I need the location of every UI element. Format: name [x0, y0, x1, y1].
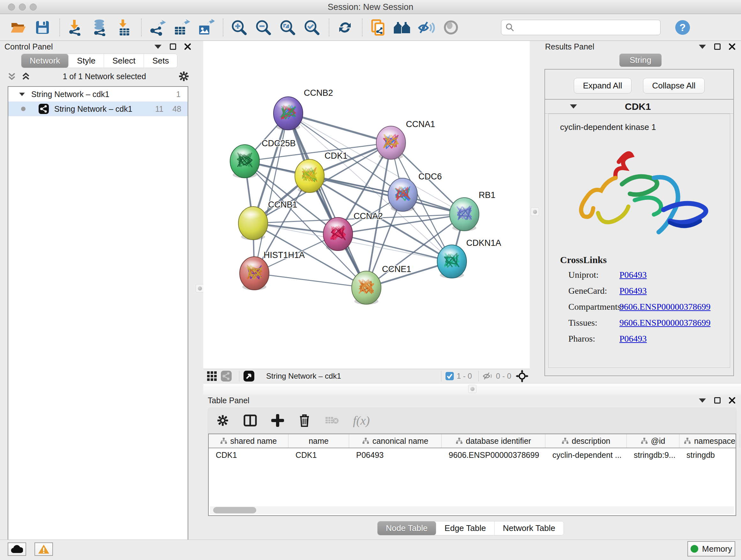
open-session-icon[interactable] — [9, 18, 27, 37]
birds-eye-view-icon[interactable] — [243, 370, 255, 382]
right-splitter[interactable] — [530, 41, 540, 383]
show-panel-eye-icon[interactable] — [442, 18, 460, 37]
network-node-CDC6[interactable]: CDC6 — [388, 172, 442, 212]
function-builder-icon: f(x) — [353, 414, 370, 428]
expand-all-button[interactable]: Expand All — [574, 78, 631, 94]
network-node-CCNA1[interactable]: CCNA1 — [376, 119, 435, 160]
network-node-HIST1H1A[interactable]: HIST1H1A — [240, 250, 305, 290]
table-horizontal-scrollbar[interactable] — [210, 506, 734, 514]
refresh-icon[interactable] — [336, 18, 354, 37]
import-table-icon[interactable] — [115, 18, 133, 37]
panel-menu-icon[interactable] — [154, 45, 161, 49]
collapse-all-networks-icon[interactable] — [7, 71, 17, 81]
table-row[interactable]: CDK1CDK1P064939606.ENSP00000378699cyclin… — [209, 448, 736, 462]
selected-counts: 1 - 0 — [457, 372, 472, 381]
column-header-@id[interactable]: @id — [627, 434, 679, 448]
float-panel-icon[interactable] — [170, 44, 176, 50]
table-options-gear-icon[interactable] — [216, 414, 229, 427]
horizontal-splitter[interactable] — [203, 383, 741, 395]
save-session-icon[interactable] — [33, 18, 52, 37]
column-header-name[interactable]: name — [288, 434, 349, 448]
column-header-shared-name[interactable]: shared name — [209, 434, 288, 448]
annotations-icon[interactable] — [369, 18, 387, 37]
memory-button[interactable]: Memory — [687, 541, 735, 557]
network-row[interactable]: String Network – cdk1 11 48 — [8, 102, 188, 116]
tab-string[interactable]: String — [619, 54, 662, 67]
gene-expander-icon[interactable] — [570, 105, 577, 109]
network-collection-row[interactable]: String Network – cdk1 1 — [8, 87, 188, 102]
panel-menu-icon[interactable] — [699, 398, 706, 402]
column-header-description[interactable]: description — [545, 434, 627, 448]
panel-menu-icon[interactable] — [699, 45, 706, 49]
control-panel: Control Panel Network Style Select Sets … — [0, 41, 197, 539]
hide-panel-eye-icon[interactable] — [417, 18, 436, 37]
network-graph[interactable]: CCNB2CCNA1CDC25BCDK1CDC6RB1CCNB1CCNA2CDK… — [203, 41, 530, 369]
expand-all-networks-icon[interactable] — [21, 71, 30, 81]
network-node-CCNB1[interactable]: CCNB1 — [239, 200, 297, 240]
network-node-CCNE1[interactable]: CCNE1 — [352, 264, 411, 305]
gene-section-header[interactable]: CDK1 — [545, 100, 733, 114]
crosslink-link[interactable]: 9606.ENSP00000378699 — [619, 302, 711, 312]
export-image-icon[interactable] — [197, 18, 215, 37]
left-splitter[interactable] — [197, 41, 203, 539]
left-splitter-handle[interactable] — [196, 284, 204, 293]
float-panel-icon[interactable] — [714, 44, 721, 50]
tab-network[interactable]: Network — [21, 54, 69, 68]
warning-icon — [38, 544, 50, 554]
network-canvas[interactable]: CCNB2CCNA1CDC25BCDK1CDC6RB1CCNB1CCNA2CDK… — [203, 41, 530, 369]
grid-view-icon[interactable] — [206, 371, 217, 381]
delete-column-icon[interactable] — [298, 414, 311, 428]
fit-selected-crosshair-icon[interactable] — [516, 370, 529, 382]
import-network-database-icon[interactable] — [91, 18, 109, 37]
results-actions-box: Expand All Collapse All — [544, 69, 734, 102]
selected-checkbox-icon[interactable] — [445, 372, 454, 381]
network-share-view-icon[interactable] — [220, 370, 232, 382]
tab-style[interactable]: Style — [69, 54, 104, 68]
import-network-file-icon[interactable] — [66, 18, 85, 37]
right-splitter-handle[interactable] — [531, 207, 539, 216]
column-header-namespace[interactable]: namespace — [679, 434, 740, 448]
zoom-in-icon[interactable] — [230, 18, 248, 37]
node-label: CCNB1 — [268, 200, 297, 209]
float-panel-icon[interactable] — [714, 397, 721, 403]
tab-node-table[interactable]: Node Table — [378, 521, 436, 535]
export-table-icon[interactable] — [172, 18, 191, 37]
search-input[interactable] — [515, 23, 652, 32]
string-home-icon[interactable] — [393, 18, 412, 37]
show-columns-icon[interactable] — [243, 414, 257, 428]
toolbar-search[interactable] — [501, 20, 661, 35]
collection-label: String Network – cdk1 — [31, 90, 110, 99]
help-icon[interactable]: ? — [673, 18, 692, 37]
node-table: shared namenamecanonical namedatabase id… — [208, 434, 736, 516]
tab-select[interactable]: Select — [104, 54, 144, 68]
scrollbar-thumb[interactable] — [213, 507, 256, 513]
crosslink-link[interactable]: P06493 — [619, 334, 647, 344]
collapse-all-button[interactable]: Collapse All — [643, 78, 705, 94]
tab-sets[interactable]: Sets — [144, 54, 177, 68]
collection-expander-icon[interactable] — [19, 92, 25, 96]
horizontal-splitter-handle[interactable] — [468, 385, 476, 393]
cloud-status-button[interactable] — [8, 543, 26, 556]
network-options-gear-icon[interactable] — [178, 71, 190, 82]
network-node-RB1[interactable]: RB1 — [450, 190, 495, 231]
close-panel-icon[interactable] — [729, 397, 735, 403]
close-panel-icon[interactable] — [185, 44, 191, 50]
zoom-out-icon[interactable] — [254, 18, 273, 37]
crosslinks-title: CrossLinks — [560, 254, 726, 265]
crosslink-link[interactable]: P06493 — [619, 270, 647, 280]
add-column-icon[interactable] — [271, 414, 284, 427]
network-node-CDC25B[interactable]: CDC25B — [230, 138, 296, 178]
crosslink-link[interactable]: P06493 — [619, 286, 647, 296]
tab-network-table[interactable]: Network Table — [495, 521, 563, 535]
warning-status-button[interactable] — [35, 543, 53, 556]
tab-edge-table[interactable]: Edge Table — [436, 521, 495, 535]
network-node-CDKN1A[interactable]: CDKN1A — [437, 238, 501, 278]
crosslinks-section: CrossLinks Uniprot:P06493GeneCard:P06493… — [560, 254, 726, 350]
export-network-icon[interactable] — [148, 18, 166, 37]
zoom-fit-icon[interactable] — [278, 18, 297, 37]
zoom-selected-icon[interactable] — [302, 18, 321, 37]
column-header-canonical-name[interactable]: canonical name — [349, 434, 442, 448]
close-panel-icon[interactable] — [729, 44, 735, 50]
column-header-database-identifier[interactable]: database identifier — [442, 434, 545, 448]
crosslink-link[interactable]: 9606.ENSP00000378699 — [619, 318, 711, 328]
